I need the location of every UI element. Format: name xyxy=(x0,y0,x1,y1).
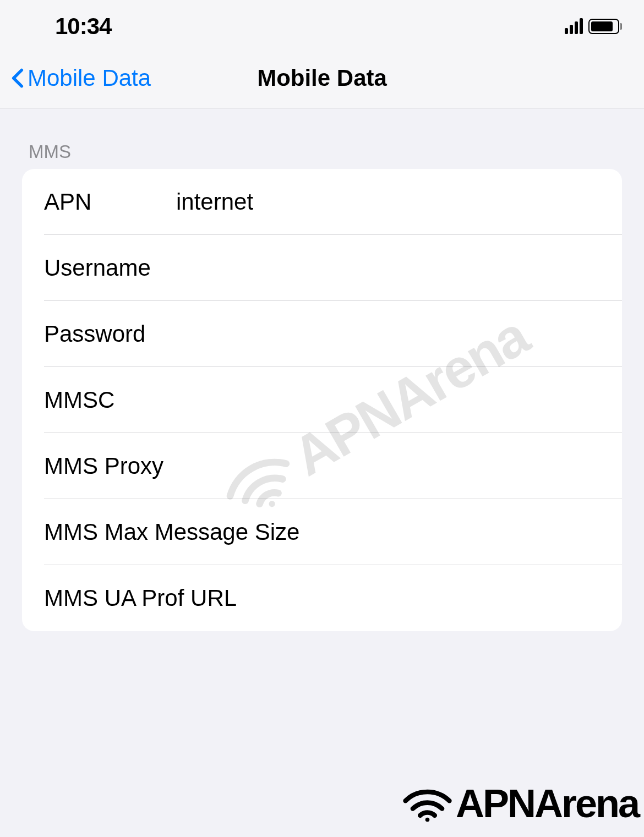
password-label: Password xyxy=(44,321,145,347)
mmsc-row[interactable]: MMSC xyxy=(22,367,622,433)
status-time: 10:34 xyxy=(55,13,111,40)
mms-ua-prof-url-label: MMS UA Prof URL xyxy=(44,585,237,611)
password-row[interactable]: Password xyxy=(22,301,622,367)
cellular-signal-icon xyxy=(565,19,583,34)
apn-row[interactable]: APN xyxy=(22,169,622,235)
username-row[interactable]: Username xyxy=(22,235,622,301)
mms-proxy-input[interactable] xyxy=(163,453,622,479)
username-input[interactable] xyxy=(151,255,622,281)
mms-max-size-label: MMS Max Message Size xyxy=(44,519,299,545)
svg-point-1 xyxy=(425,818,430,822)
mms-ua-prof-url-row[interactable]: MMS UA Prof URL xyxy=(22,565,622,631)
chevron-left-icon xyxy=(11,67,24,90)
watermark-text: APNArena xyxy=(456,781,638,826)
password-input[interactable] xyxy=(145,321,622,347)
mms-proxy-label: MMS Proxy xyxy=(44,453,163,479)
mms-proxy-row[interactable]: MMS Proxy xyxy=(22,433,622,499)
back-label: Mobile Data xyxy=(28,65,151,91)
apn-input[interactable] xyxy=(176,189,622,215)
username-label: Username xyxy=(44,255,151,281)
status-indicators xyxy=(565,19,622,34)
mms-max-size-row[interactable]: MMS Max Message Size xyxy=(22,499,622,565)
content-area: MMS APN Username Password MMSC MMS Proxy… xyxy=(0,108,644,631)
watermark-bottom: APNArena xyxy=(401,781,638,826)
mms-settings-group: APN Username Password MMSC MMS Proxy MMS… xyxy=(22,169,622,631)
mmsc-label: MMSC xyxy=(44,387,114,413)
mmsc-input[interactable] xyxy=(114,387,622,413)
mms-ua-prof-url-input[interactable] xyxy=(237,585,622,611)
navigation-bar: Mobile Data Mobile Data xyxy=(0,48,644,108)
battery-icon xyxy=(588,19,622,34)
page-title: Mobile Data xyxy=(257,65,387,91)
mms-max-size-input[interactable] xyxy=(299,519,622,545)
status-bar: 10:34 xyxy=(0,0,644,48)
section-header-mms: MMS xyxy=(22,108,622,169)
back-button[interactable]: Mobile Data xyxy=(11,65,151,91)
wifi-icon xyxy=(401,784,454,823)
apn-label: APN xyxy=(44,189,176,215)
